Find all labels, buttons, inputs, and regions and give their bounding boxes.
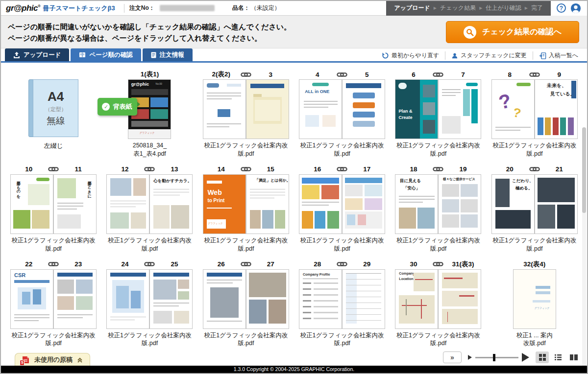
page-thumbnail-p12[interactable] <box>106 174 149 234</box>
page-thumbnail-p30[interactable]: CompanyLocation <box>395 269 438 329</box>
expand-panel-button[interactable]: » <box>443 351 462 363</box>
small-size-icon[interactable] <box>468 355 472 360</box>
graphic-logo: gr@phic® <box>1 3 40 13</box>
link-icon[interactable] <box>47 166 60 172</box>
page-thumbnail-p7[interactable] <box>438 79 481 139</box>
page-thumbnail-p22[interactable]: CSR <box>10 269 53 329</box>
page-thumbnail-p18[interactable]: 目に見える「安心」 <box>395 174 438 234</box>
link-icon[interactable] <box>528 72 541 77</box>
page-thumbnail-p14[interactable]: Webto Printグラフィック <box>203 174 246 234</box>
page-thumbnail-p4[interactable]: ALL in ONE <box>299 79 342 139</box>
page-thumbnail-p6[interactable]: Plan &Create <box>395 79 438 139</box>
thumb-art <box>171 205 189 229</box>
submission-list-link[interactable]: 入稿一覧へ <box>533 51 584 60</box>
page-number: 5 <box>348 71 385 78</box>
page-number: 4 <box>299 71 336 78</box>
spread-cell: 1011必要なものを、必要なときに。校正1グラフィック会社案内改 版.pdf <box>8 164 99 253</box>
page-thumbnail-p26[interactable] <box>203 269 246 329</box>
page-thumbnail-p20[interactable]: こだわり、極める。 <box>491 174 535 234</box>
link-icon[interactable] <box>240 166 252 172</box>
thumb-art <box>249 300 267 324</box>
thumb-art <box>110 212 129 229</box>
page-spread: ALL in ONE <box>299 79 385 139</box>
vertical-scrollbar[interactable] <box>582 127 586 374</box>
link-icon[interactable] <box>143 261 156 267</box>
grid-view-icon <box>539 353 546 361</box>
link-icon[interactable] <box>432 166 444 172</box>
thumb-art <box>346 314 381 315</box>
staff-check-link[interactable]: スタッフチェックに変更 <box>445 51 533 60</box>
page-thumbnail-p24[interactable] <box>106 269 149 329</box>
slider-handle[interactable] <box>493 354 495 361</box>
confirm-check-result-button[interactable]: チェック結果の確認へ <box>446 21 579 43</box>
page-thumbnail-p25[interactable] <box>149 269 193 329</box>
thumb-art <box>560 117 566 135</box>
thumb-art: 必要なときに。 <box>87 178 91 200</box>
page-thumbnail-p17[interactable] <box>342 174 385 234</box>
page-thumbnail-p2[interactable] <box>203 79 246 139</box>
app-header: gr@phic® 冊子スマートチェックβ3 注文No： 品名： （未設定） アッ… <box>1 1 587 16</box>
thumb-art <box>314 300 338 302</box>
link-icon[interactable] <box>47 261 60 267</box>
link-icon[interactable] <box>432 72 444 77</box>
thumb-art <box>442 273 477 288</box>
page-order-content: A4 （定型） 無線 左綴じ 1(表1)gr@phicNo.00グラフィック✓背… <box>1 63 587 348</box>
document-icon <box>151 52 156 58</box>
page-thumbnail-p3[interactable] <box>246 79 289 139</box>
thumb-art: ? <box>512 106 522 120</box>
thumb-art <box>461 199 477 212</box>
tab-upload[interactable]: アップロード <box>5 48 69 61</box>
link-icon[interactable] <box>336 72 348 77</box>
link-icon[interactable] <box>240 72 252 77</box>
page-thumbnail-p29[interactable] <box>342 269 385 329</box>
link-icon[interactable] <box>432 261 444 267</box>
page-thumbnail-p11[interactable]: 必要なときに。 <box>53 174 97 234</box>
page-thumbnail-p8[interactable]: ?? <box>491 79 535 139</box>
slider-track[interactable] <box>475 357 518 358</box>
page-spread: 必要なものを、必要なときに。 <box>10 174 97 234</box>
page-thumbnail-p27[interactable] <box>246 269 289 329</box>
scrollbar-thumb[interactable] <box>582 127 586 213</box>
tab-page-order-check[interactable]: ページ順の確認 <box>71 48 141 61</box>
spread-view-button[interactable] <box>567 351 580 363</box>
page-thumbnail-p21[interactable] <box>535 174 578 234</box>
thumb-art <box>365 198 382 210</box>
thumb-art <box>150 109 168 119</box>
link-icon[interactable] <box>336 166 348 172</box>
page-thumbnail-p5[interactable] <box>342 79 385 139</box>
large-size-icon[interactable] <box>522 353 529 362</box>
page-thumbnail-p23[interactable] <box>53 269 97 329</box>
page-thumbnail-p28[interactable]: Company Profile <box>299 269 342 329</box>
link-icon[interactable] <box>528 166 541 172</box>
page-thumbnail-p10[interactable]: 必要なものを、 <box>10 174 53 234</box>
link-icon[interactable] <box>143 166 156 172</box>
grid-view-button[interactable] <box>536 351 549 363</box>
file-name: 校正1グラフィック会社案内改 版.pdf <box>492 236 576 253</box>
thumb-art <box>533 300 550 303</box>
thumb-art <box>249 273 286 297</box>
page-thumbnail-p19[interactable]: 様々なご提供サービス <box>438 174 481 234</box>
page-thumbnail-p32[interactable]: グラフィック <box>513 269 556 329</box>
thumb-art <box>327 211 339 229</box>
thumb-art <box>538 205 555 229</box>
tab-order-info[interactable]: 注文情報 <box>143 48 193 61</box>
thumb-art <box>275 210 285 229</box>
page-thumbnail-p16[interactable] <box>299 174 342 234</box>
page-thumbnail-p9[interactable]: 未来を、見ている。 <box>535 79 578 139</box>
link-icon[interactable] <box>336 261 348 267</box>
restart-link[interactable]: 最初からやり直す <box>376 51 445 60</box>
thumb-art <box>303 318 311 319</box>
user-account-icon[interactable] <box>570 3 581 14</box>
thumb-art <box>304 104 338 105</box>
person-icon <box>451 52 458 59</box>
list-view-button[interactable] <box>551 351 564 363</box>
page-thumbnail-p15[interactable]: 「満足」とは何か。 <box>246 174 289 234</box>
unused-files-tab[interactable]: 5 未使用の原稿 <box>15 353 90 366</box>
page-thumbnail-p31[interactable] <box>438 269 481 329</box>
thumb-art <box>421 299 422 319</box>
page-thumbnail-p13[interactable]: 心を動かすチカラ。 <box>149 174 193 234</box>
thumb-art <box>250 195 285 196</box>
help-icon[interactable]: ? <box>557 3 566 13</box>
thumb-art: グラフィック <box>535 307 550 309</box>
link-icon[interactable] <box>240 261 252 267</box>
